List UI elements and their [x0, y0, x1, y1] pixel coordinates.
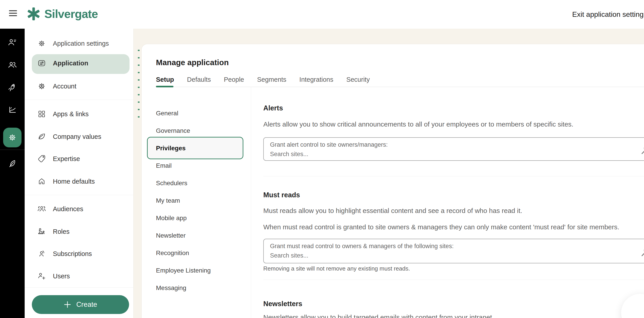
sidebar-header-application-settings: Application settings — [25, 36, 134, 51]
must-reads-search-input[interactable] — [270, 252, 606, 259]
tab-integrations[interactable]: Integrations — [299, 76, 334, 83]
search-icon[interactable] — [641, 246, 644, 257]
alerts-heading: Alerts — [263, 104, 283, 113]
sidebar-item-label: Roles — [53, 228, 70, 235]
setup-nav-item-schedulers[interactable]: Schedulers — [142, 174, 251, 192]
divider — [263, 176, 644, 176]
people-icon[interactable] — [8, 60, 17, 69]
tag-icon — [37, 154, 46, 163]
tab-security[interactable]: Security — [346, 76, 370, 83]
sidebar-item-label: Subscriptions — [53, 250, 92, 258]
person-subscribe-icon — [37, 249, 46, 258]
asterisk-logo-icon — [26, 7, 41, 21]
sidebar-item-company-values[interactable]: Company values — [25, 129, 134, 144]
sidebar-item-label: Company values — [53, 133, 101, 140]
app-logo[interactable]: Silvergate — [26, 7, 98, 21]
sidebar-item-home-defaults[interactable]: Home defaults — [25, 174, 134, 189]
tab-setup[interactable]: Setup — [156, 76, 174, 83]
account-gear-person-icon — [37, 82, 46, 91]
setup-nav-item-employee-listening[interactable]: Employee Listening — [142, 262, 251, 279]
manage-application-card: Manage application Setup Defaults People… — [142, 44, 644, 318]
grid-icon — [37, 109, 46, 118]
divider — [25, 287, 134, 288]
tab-segments[interactable]: Segments — [257, 76, 286, 83]
audience-group-icon — [37, 204, 46, 213]
divider — [25, 100, 134, 100]
settings-sidebar: Application settings Application Account — [25, 29, 134, 318]
exit-application-settings-link[interactable]: Exit application settings — [572, 10, 644, 18]
sidebar-item-apps-links[interactable]: Apps & links — [25, 107, 134, 121]
setup-nav-item-newsletter[interactable]: Newsletter — [142, 227, 251, 244]
sidebar-item-users[interactable]: Users — [25, 269, 134, 283]
privileges-content: Alerts Alerts allow you to show critical… — [263, 87, 644, 318]
sidebar-item-label: Apps & links — [53, 110, 89, 118]
must-reads-description: Must reads allow you to highlight essent… — [263, 206, 522, 215]
person-desk-icon — [37, 227, 46, 236]
setup-nav-item-mobile-app[interactable]: Mobile app — [142, 209, 251, 227]
must-reads-removal-note: Removing a site will not remove any exis… — [263, 266, 410, 272]
setup-nav-item-governance[interactable]: Governance — [142, 122, 251, 140]
sidebar-item-label: Account — [53, 83, 76, 90]
tab-people[interactable]: People — [224, 76, 244, 83]
feather-icon[interactable] — [8, 159, 17, 168]
sidebar-item-label: Users — [53, 273, 70, 280]
tab-bar: Setup Defaults People Segments Integrati… — [156, 76, 370, 83]
app-card-sliders-icon — [37, 59, 46, 68]
gear-icon — [37, 39, 46, 48]
sidebar-item-expertise[interactable]: Expertise — [25, 152, 134, 166]
setup-nav-item-my-team[interactable]: My team — [142, 192, 251, 209]
user-profile-icon[interactable] — [8, 38, 17, 47]
must-reads-search-box: Grant must read control to owners & mana… — [263, 239, 644, 263]
home-icon — [37, 177, 46, 186]
sidebar-item-account[interactable]: Account — [25, 79, 134, 93]
create-button[interactable]: Create — [32, 295, 129, 314]
menu-icon — [9, 10, 17, 11]
sidebar-item-label: Expertise — [53, 155, 80, 163]
settings-gear-icon — [8, 133, 17, 142]
rail-item-settings-active[interactable] — [3, 128, 22, 147]
sidebar-item-label: Home defaults — [53, 178, 95, 185]
newsletters-heading: Newsletters — [263, 300, 302, 308]
sidebar-item-label: Application — [53, 59, 88, 67]
sidebar-item-roles[interactable]: Roles — [25, 224, 134, 239]
user-add-icon — [37, 272, 46, 281]
drag-handle-dots[interactable] — [138, 50, 140, 118]
sidebar-item-subscriptions[interactable]: Subscriptions — [25, 247, 134, 261]
setup-nav: General Governance Privileges Email Sche… — [142, 87, 251, 318]
icon-rail — [0, 29, 25, 318]
must-reads-grant-label: Grant must read control to owners & mana… — [270, 243, 454, 250]
newsletters-description: Newsletters allow you to build targeted … — [263, 313, 494, 318]
rocket-icon[interactable] — [8, 83, 17, 92]
create-button-label: Create — [76, 301, 97, 309]
analytics-icon[interactable] — [8, 105, 17, 114]
hamburger-menu-button[interactable] — [9, 10, 17, 18]
plus-icon — [64, 301, 71, 308]
sidebar-header-label: Application settings — [53, 40, 109, 47]
must-reads-heading: Must reads — [263, 191, 300, 200]
setup-nav-item-general[interactable]: General — [142, 105, 251, 122]
top-bar: Silvergate Exit application settings — [0, 0, 644, 29]
alerts-description: Alerts allow you to show critical announ… — [263, 120, 574, 129]
setup-nav-item-messaging[interactable]: Messaging — [142, 279, 251, 297]
setup-nav-item-recognition[interactable]: Recognition — [142, 244, 251, 262]
leaf-icon — [37, 132, 46, 141]
search-icon[interactable] — [641, 144, 644, 155]
divider — [25, 195, 134, 195]
rail-divider — [0, 150, 25, 150]
tab-defaults[interactable]: Defaults — [187, 76, 211, 83]
setup-nav-item-email[interactable]: Email — [142, 157, 251, 174]
must-reads-control-note: When must read control is granted to sit… — [263, 223, 619, 232]
sidebar-item-application[interactable]: Application — [25, 56, 134, 70]
alerts-search-box: Grant alert control to site owners/manag… — [263, 137, 644, 161]
divider — [263, 280, 644, 280]
alerts-search-input[interactable] — [270, 151, 606, 158]
brand-name: Silvergate — [44, 7, 98, 20]
sidebar-item-audiences[interactable]: Audiences — [25, 202, 134, 216]
setup-nav-item-privileges[interactable]: Privileges — [142, 140, 251, 157]
page-title: Manage application — [156, 58, 229, 67]
main-background: Manage application Setup Defaults People… — [134, 29, 644, 318]
sidebar-item-label: Audiences — [53, 205, 83, 213]
alerts-grant-label: Grant alert control to site owners/manag… — [270, 141, 388, 148]
